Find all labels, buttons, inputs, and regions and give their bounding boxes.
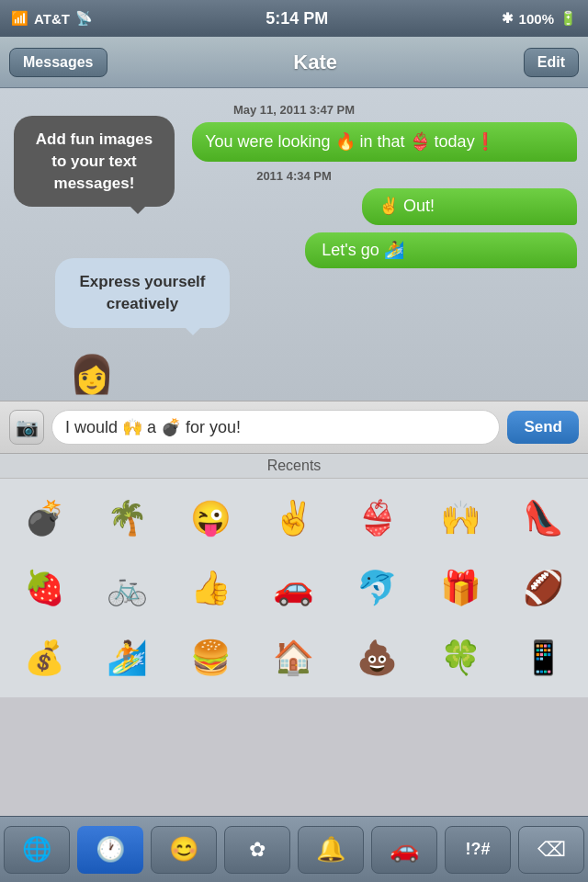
keyboard-symbols-button[interactable]: !?# bbox=[445, 826, 511, 874]
nav-bar: Messages Kate Edit bbox=[0, 37, 588, 88]
send-button[interactable]: Send bbox=[507, 411, 579, 444]
speech-bubble-dark: Add fun images to your text messages! bbox=[14, 116, 175, 207]
symbols-icon: !?# bbox=[466, 840, 491, 859]
emoji-grid: 💣 🌴 😜 ✌️ 👙 🙌 👠 🍓 🚲 👍 🚗 🐬 🎁 🏈 💰 🏄 🍔 🏠 💩 🍀… bbox=[0, 479, 588, 697]
keyboard-bar: 🌐 🕐 😊 ✿ 🔔 🚗 !?# ⌫ bbox=[0, 816, 588, 882]
emoji-palm[interactable]: 🌴 bbox=[87, 486, 169, 550]
message-sent-2: ✌️ Out! bbox=[362, 188, 577, 224]
clock-icon: 🕐 bbox=[96, 835, 125, 864]
input-text: I would 🙌 a 💣 for you! bbox=[65, 417, 241, 437]
status-left: 📶 AT&T 📡 bbox=[11, 10, 93, 27]
emoji-house[interactable]: 🏠 bbox=[254, 626, 335, 690]
emoji-peace[interactable]: ✌️ bbox=[254, 486, 335, 550]
keyboard-smiley-button[interactable]: 😊 bbox=[151, 826, 217, 874]
emoji-clover[interactable]: 🍀 bbox=[420, 626, 502, 690]
smiley-icon: 😊 bbox=[169, 835, 198, 864]
date-label-2: 2011 4:34 PM bbox=[11, 169, 577, 183]
emoji-football[interactable]: 🏈 bbox=[503, 556, 584, 620]
emoji-thumbsup[interactable]: 👍 bbox=[170, 556, 252, 620]
emoji-bomb[interactable]: 💣 bbox=[4, 486, 85, 550]
speech-bubble-light-text: Express yourself creatively bbox=[79, 273, 205, 312]
flower-icon: ✿ bbox=[249, 838, 266, 862]
keyboard-flower-button[interactable]: ✿ bbox=[224, 826, 290, 874]
emoji-heel[interactable]: 👠 bbox=[503, 486, 584, 550]
status-bar: 📶 AT&T 📡 5:14 PM ✱ 100% 🔋 bbox=[0, 0, 588, 37]
signal-bars: 📶 bbox=[11, 10, 28, 27]
battery-percent: 100% bbox=[519, 11, 554, 27]
wifi-icon: 📡 bbox=[75, 10, 93, 27]
camera-icon: 📷 bbox=[16, 416, 39, 438]
keyboard-globe-button[interactable]: 🌐 bbox=[4, 826, 70, 874]
speech-bubble-light: Express yourself creatively bbox=[55, 258, 230, 328]
message-text-1: You were looking 🔥 in that 👙 today❗ bbox=[205, 132, 495, 151]
input-bar: 📷 I would 🙌 a 💣 for you! Send bbox=[0, 401, 588, 454]
recents-label: Recents bbox=[0, 454, 588, 479]
message-text-3: Let's go 🏄 bbox=[322, 241, 403, 259]
nav-title: Kate bbox=[293, 51, 337, 74]
edit-button[interactable]: Edit bbox=[524, 48, 579, 77]
keyboard-bell-button[interactable]: 🔔 bbox=[298, 826, 364, 874]
emoji-hands[interactable]: 🙌 bbox=[420, 486, 502, 550]
message-input[interactable]: I would 🙌 a 💣 for you! bbox=[51, 410, 500, 445]
emoji-surfer[interactable]: 🏄 bbox=[87, 626, 169, 690]
emoji-phone[interactable]: 📱 bbox=[503, 626, 584, 690]
emoji-bike[interactable]: 🚲 bbox=[87, 556, 169, 620]
camera-button[interactable]: 📷 bbox=[9, 410, 44, 445]
emoji-burger[interactable]: 🍔 bbox=[170, 626, 252, 690]
emoji-gift[interactable]: 🎁 bbox=[420, 556, 502, 620]
message-sent-1: You were looking 🔥 in that 👙 today❗ bbox=[192, 122, 577, 162]
emoji-poop[interactable]: 💩 bbox=[336, 626, 418, 690]
status-time: 5:14 PM bbox=[266, 9, 328, 28]
carrier: AT&T bbox=[34, 11, 70, 27]
recents-text: Recents bbox=[267, 458, 322, 473]
message-sent-3: Let's go 🏄 bbox=[305, 232, 577, 268]
back-button[interactable]: Messages bbox=[9, 48, 107, 77]
status-right: ✱ 100% 🔋 bbox=[502, 10, 577, 27]
keyboard-recent-button[interactable]: 🕐 bbox=[77, 826, 143, 874]
bell-icon: 🔔 bbox=[316, 835, 345, 864]
messages-area: May 11, 2011 3:47 PM You were looking 🔥 … bbox=[0, 88, 588, 401]
person-emoji: 👩 bbox=[69, 353, 115, 396]
bluetooth-icon: ✱ bbox=[502, 10, 514, 27]
emoji-wink[interactable]: 😜 bbox=[170, 486, 252, 550]
emoji-money[interactable]: 💰 bbox=[4, 626, 85, 690]
date-label-1: May 11, 2011 3:47 PM bbox=[11, 103, 577, 117]
message-text-2: ✌️ Out! bbox=[379, 197, 435, 215]
delete-icon: ⌫ bbox=[537, 838, 566, 862]
emoji-bikini[interactable]: 👙 bbox=[336, 486, 418, 550]
keyboard-delete-button[interactable]: ⌫ bbox=[518, 826, 584, 874]
transport-icon: 🚗 bbox=[390, 835, 419, 864]
emoji-strawberry[interactable]: 🍓 bbox=[4, 556, 85, 620]
keyboard-transport-button[interactable]: 🚗 bbox=[371, 826, 437, 874]
emoji-car[interactable]: 🚗 bbox=[254, 556, 335, 620]
battery-icon: 🔋 bbox=[560, 10, 577, 27]
globe-icon: 🌐 bbox=[22, 835, 51, 864]
emoji-dolphin[interactable]: 🐬 bbox=[336, 556, 418, 620]
